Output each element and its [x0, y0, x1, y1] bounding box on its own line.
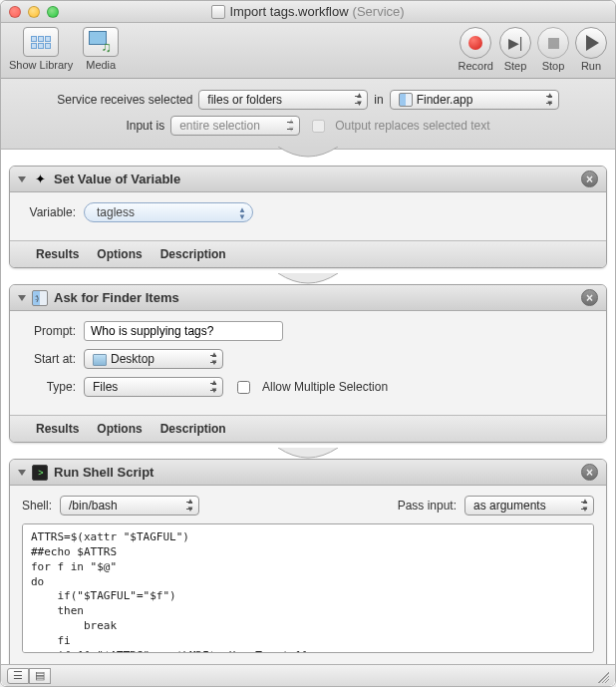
results-tab[interactable]: Results [36, 247, 79, 261]
show-library-label: Show Library [9, 59, 73, 71]
prompt-label: Prompt: [22, 324, 76, 338]
description-tab[interactable]: Description [160, 422, 226, 436]
action-title: Run Shell Script [54, 465, 154, 480]
stop-label: Stop [542, 60, 565, 72]
window-title-text: Import tags.workflow [229, 4, 348, 19]
remove-action-button[interactable]: × [581, 464, 598, 481]
action-ask-finder-items[interactable]: Ask for Finder Items × Prompt: Start at:… [9, 284, 607, 443]
media-button[interactable]: ♫ Media [83, 27, 119, 71]
prompt-input[interactable] [84, 321, 283, 341]
type-label: Type: [22, 380, 76, 394]
media-icon: ♫ [83, 27, 119, 57]
pass-input-label: Pass input: [398, 499, 457, 513]
desktop-icon [93, 354, 107, 366]
record-icon [468, 36, 482, 50]
receives-app-select[interactable]: Finder.app [390, 90, 559, 110]
disclosure-triangle-icon[interactable] [18, 176, 26, 182]
action-header[interactable]: Run Shell Script × [10, 460, 606, 486]
record-label: Record [459, 60, 493, 72]
window-title: Import tags.workflow (Service) [1, 4, 615, 19]
in-label: in [374, 93, 383, 107]
start-at-select[interactable]: Desktop [84, 349, 223, 369]
action-footer: Results Options Description [10, 240, 606, 267]
output-replaces-label: Output replaces selected text [335, 119, 489, 133]
shell-label: Shell: [22, 499, 52, 513]
library-icon [23, 27, 59, 57]
window-subtitle: (Service) [353, 4, 405, 19]
type-select[interactable]: Files [84, 377, 223, 397]
action-run-shell-script[interactable]: Run Shell Script × Shell: /bin/bash ▲▼ P… [9, 459, 607, 687]
start-at-label: Start at: [22, 352, 76, 366]
action-header[interactable]: Ask for Finder Items × [10, 285, 606, 311]
variable-label: Variable: [22, 205, 76, 219]
results-tab[interactable]: Results [36, 422, 79, 436]
run-icon [586, 35, 599, 51]
view-grid-button[interactable]: ▤ [29, 668, 51, 684]
run-label: Run [581, 60, 601, 72]
stop-icon [548, 38, 559, 49]
action-header[interactable]: ✦ Set Value of Variable × [10, 167, 606, 192]
document-proxy-icon[interactable] [211, 5, 225, 19]
bottom-bar: ☰ ▤ [1, 664, 615, 686]
resize-grip[interactable] [595, 669, 609, 683]
allow-multiple-checkbox[interactable] [237, 381, 250, 394]
service-config: Service receives selected files or folde… [1, 79, 615, 150]
step-label: Step [504, 60, 527, 72]
show-library-button[interactable]: Show Library [9, 27, 73, 71]
disclosure-triangle-icon[interactable] [18, 295, 26, 301]
step-icon: ▶| [508, 35, 523, 51]
record-button[interactable]: Record [459, 27, 493, 72]
variable-action-icon: ✦ [32, 172, 48, 187]
description-tab[interactable]: Description [160, 247, 226, 261]
receives-label: Service receives selected [57, 93, 192, 107]
stop-button[interactable]: Stop [537, 27, 569, 72]
step-button[interactable]: ▶| Step [499, 27, 531, 72]
toolbar: Show Library ♫ Media Record ▶| Step Stop… [1, 23, 615, 79]
view-list-button[interactable]: ☰ [7, 668, 29, 684]
options-tab[interactable]: Options [97, 247, 142, 261]
pass-input-select[interactable]: as arguments [464, 496, 594, 515]
finder-icon [399, 93, 413, 107]
run-button[interactable]: Run [575, 27, 607, 72]
action-title: Set Value of Variable [54, 172, 180, 186]
action-footer: Results Options Description [10, 415, 606, 442]
shell-select[interactable]: /bin/bash [60, 496, 199, 515]
receives-type-select[interactable]: files or folders [198, 90, 368, 110]
output-replaces-checkbox [312, 120, 325, 133]
terminal-action-icon [32, 465, 48, 481]
options-tab[interactable]: Options [97, 422, 142, 436]
media-label: Media [86, 59, 116, 71]
input-is-select: entire selection [170, 116, 300, 136]
allow-multiple-label: Allow Multiple Selection [262, 380, 388, 394]
workflow-canvas[interactable]: ✦ Set Value of Variable × Variable: tagl… [1, 158, 615, 687]
disclosure-triangle-icon[interactable] [18, 470, 26, 476]
input-is-label: Input is [126, 119, 164, 133]
action-title: Ask for Finder Items [54, 290, 179, 305]
script-textarea[interactable] [22, 523, 594, 653]
finder-action-icon [32, 290, 48, 306]
action-set-variable[interactable]: ✦ Set Value of Variable × Variable: tagl… [9, 166, 607, 268]
variable-select[interactable]: tagless ▲▼ [84, 202, 253, 222]
remove-action-button[interactable]: × [581, 289, 598, 306]
titlebar: Import tags.workflow (Service) [1, 1, 615, 23]
remove-action-button[interactable]: × [581, 171, 598, 187]
